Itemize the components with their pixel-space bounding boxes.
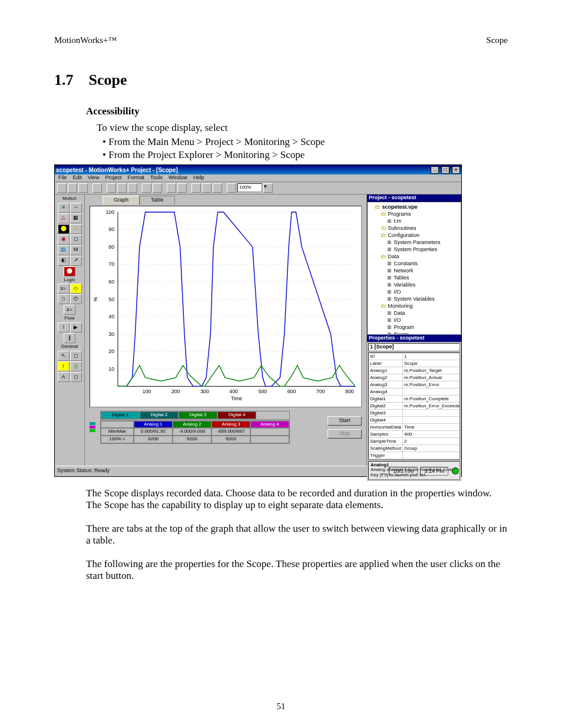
tool-flow-3[interactable]: ‖ [64,333,75,343]
svg-text:70: 70 [108,261,114,267]
tool-c[interactable] [191,183,201,193]
tree-const[interactable]: Constants [394,261,418,266]
tool-e[interactable] [213,183,222,193]
tool-logic-3[interactable]: ⎍ [58,294,70,304]
svg-text:800: 800 [345,388,354,394]
tool-logic-5[interactable]: x= [64,305,75,315]
menu-window[interactable]: Window [168,175,187,181]
zoom-combo[interactable]: 100% [237,183,262,192]
tree-monitoring[interactable]: Monitoring [388,303,413,309]
menu-help[interactable]: Help [193,175,204,181]
tree-io[interactable]: I/O [394,289,401,295]
accessibility-heading: Accessibility [86,106,508,117]
tree-network[interactable]: Network [394,268,414,274]
tool-new[interactable] [57,183,67,193]
tree-programs[interactable]: Programs [388,211,411,217]
tree-vars[interactable]: Variables [394,282,416,288]
tree-sysprop[interactable]: System Properties [394,246,438,252]
tool-gen-3[interactable]: ! [58,361,70,371]
tree-tables[interactable]: Tables [394,275,409,281]
svg-text:100: 100 [143,388,151,394]
start-button[interactable]: Start [328,416,362,426]
tool-a[interactable] [167,183,176,193]
tool-motion-8[interactable]: ◻ [70,235,82,245]
svg-text:100: 100 [105,209,114,215]
stop-button[interactable]: Stop [328,429,362,439]
tab-graph[interactable]: Graph [103,196,140,205]
maximize-button[interactable]: □ [441,166,449,174]
tool-print[interactable] [92,183,102,193]
menu-format[interactable]: Format [127,175,144,181]
tool-gen-2[interactable]: ◻ [70,351,82,361]
menu-view[interactable]: View [88,175,99,181]
tree-sysparam[interactable]: System Parameters [394,239,441,245]
tree-root[interactable]: scopetest.vpe [382,204,418,210]
tree-data[interactable]: Data [388,253,399,259]
properties-grid[interactable]: ID1LabelScopeAnalog1m.Position_TargetAna… [368,353,460,460]
running-head-right: Scope [486,35,508,45]
tool-motion-6[interactable]: ⌂ [70,224,82,234]
tool-gen-1[interactable]: ↖ [58,351,70,361]
zoom-drop-icon[interactable]: ▾ [263,183,273,193]
para-3: The following are the properties for the… [86,558,508,582]
tool-motion-1[interactable]: ⎈ [58,203,70,213]
menu-file[interactable]: File [58,175,67,181]
app-screenshot: scopetest - MotionWorks+ Project - [Scop… [54,164,462,477]
tool-flow-2[interactable]: ▶ [70,322,82,332]
tool-gen-5[interactable]: A [58,372,70,382]
para-2: There are tabs at the top of the graph t… [86,523,508,546]
tree-mio[interactable]: I/O [394,317,401,323]
tool-paste[interactable] [128,183,137,193]
tool-undo[interactable] [142,183,151,193]
tree-subroutines[interactable]: Subroutines [388,225,416,231]
tree-mprog[interactable]: Program [394,324,415,330]
tool-motion-4[interactable]: ▦ [70,213,82,223]
tool-motion-13[interactable]: ⬤ [64,266,75,276]
tool-gen-4[interactable]: ⎙ [70,361,82,371]
menu-bar: File Edit View Project Format Tools Wind… [55,174,461,182]
tool-cut[interactable] [107,183,116,193]
tool-logic-2[interactable]: ◇ [70,284,82,294]
tool-b[interactable] [177,183,187,193]
tab-table[interactable]: Table [140,196,175,205]
cell-mm2: -9.000/9.000 [173,428,211,436]
tool-d[interactable] [202,183,211,193]
tool-flow-1[interactable]: ⬇ [58,322,70,332]
window-title: scopetest - MotionWorks+ Project - [Scop… [56,167,178,173]
tree-config[interactable]: Configuration [388,232,420,238]
menu-project[interactable]: Project [105,175,121,181]
menu-tools[interactable]: Tools [150,175,163,181]
tool-motion-12[interactable]: ↗ [70,256,82,266]
tool-motion-5[interactable]: ⬤ [58,224,70,234]
tool-motion-9[interactable]: ▤ [58,245,70,255]
tool-motion-10[interactable]: M [70,245,82,255]
toolbox: Motion ⎈↔ △▦ ⬤⌂ ◉◻ ▤M ◐↗ ⬤ Logic x=◇ ⎍⏱ … [55,195,85,466]
tool-logic-4[interactable]: ⏱ [70,294,82,304]
svg-text:30: 30 [108,331,114,337]
minimize-button[interactable]: _ [431,166,439,174]
tool-motion-7[interactable]: ◉ [58,235,70,245]
project-tree[interactable]: 🗁 scopetest.vpe 🗁 Programs 🗎 t:m 🗀 Subro… [367,202,461,335]
para-1: The Scope displays recorded data. Choose… [86,487,508,511]
tree-tm[interactable]: t:m [394,218,402,224]
tool-motion-11[interactable]: ◐ [58,256,70,266]
tool-copy[interactable] [117,183,127,193]
tool-gen-6[interactable]: ◻ [70,372,82,382]
tool-save[interactable] [78,183,88,193]
properties-selector[interactable]: 1 [Scope] [368,343,460,351]
close-button[interactable]: × [452,166,460,174]
tool-redo[interactable] [153,183,162,193]
tool-motion-3[interactable]: △ [58,213,70,223]
hdr-digital4: Digital 4 [217,411,256,419]
accessibility-intro: To view the scope display, select [97,122,508,134]
menu-edit[interactable]: Edit [73,175,82,181]
section-title: Scope [89,71,127,88]
tool-f[interactable] [227,183,236,193]
toolbox-group-motion: Motion [62,196,77,202]
tree-mdata[interactable]: Data [394,310,405,316]
tool-motion-2[interactable]: ↔ [70,203,82,213]
tool-logic-1[interactable]: x= [58,284,70,294]
tool-open[interactable] [68,183,77,193]
svg-text:%: % [92,297,98,301]
tree-sysvars[interactable]: System Variables [394,296,435,302]
